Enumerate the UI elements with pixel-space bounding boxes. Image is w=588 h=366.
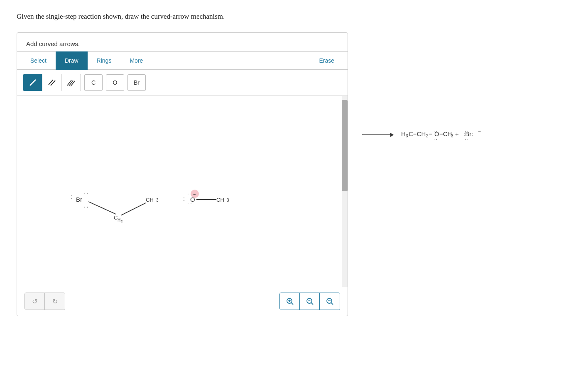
svg-text:C: C [114,215,118,221]
svg-marker-36 [390,133,394,137]
zoom-reset-button[interactable] [300,293,320,310]
svg-line-27 [292,303,293,305]
atom-c-button[interactable]: C [84,74,103,91]
svg-text::Br:: :Br: [463,130,473,137]
editor-header: Add curved arrows. [17,33,348,51]
scrollbar-track[interactable] [342,96,348,287]
atom-br-button[interactable]: Br [127,74,146,91]
svg-line-14 [121,203,146,215]
reaction-arrow [360,130,394,140]
svg-line-3 [67,80,71,85]
svg-line-0 [30,80,36,85]
svg-point-30 [307,298,312,303]
undo-redo-group: ↺ ↻ [24,293,65,310]
tab-more[interactable]: More [120,51,152,70]
redo-button[interactable]: ↻ [45,293,65,310]
svg-text:2: 2 [426,134,429,138]
svg-text:· ·: · · [434,137,437,142]
scrollbar-thumb[interactable] [342,100,348,191]
svg-text:H: H [118,218,120,222]
svg-line-33 [331,303,333,305]
bond-toolbar: C O Br [17,70,348,96]
toolbar: Select Draw Rings More Erase [17,51,348,70]
svg-text:2: 2 [121,220,123,223]
svg-text:−: − [478,128,481,134]
bond-group [23,74,81,91]
svg-text:H: H [401,130,406,137]
svg-text:3: 3 [406,134,408,138]
tab-select[interactable]: Select [21,51,56,70]
svg-text:3: 3 [227,198,229,203]
reaction-formula: H 3 C−CH 2 − · · O · · −CH 3 + · · :Br: … [401,124,559,146]
bottom-toolbar: ↺ ↻ [17,287,348,316]
svg-line-5 [71,81,75,86]
zoom-controls [279,293,340,310]
single-bond-button[interactable] [23,74,42,91]
svg-line-31 [311,303,313,305]
svg-text:−: − [429,130,433,137]
svg-text:O: O [190,196,195,203]
svg-text:3: 3 [451,134,453,138]
svg-text:O: O [434,130,439,137]
reaction-display: H 3 C−CH 2 − · · O · · −CH 3 + · · :Br: … [348,124,571,146]
svg-text:Br: Br [76,196,82,203]
tab-erase[interactable]: Erase [310,51,343,70]
svg-text:CH: CH [146,197,154,203]
undo-button[interactable]: ↺ [25,293,45,310]
svg-text:· ·: · · [83,203,88,210]
molecule-drawing: : · · Br · · C H 2 CH 3 · · · · [38,112,328,270]
svg-line-4 [69,81,73,86]
svg-text::: : [183,195,185,202]
question-text: Given the single-step reaction shown, dr… [17,12,571,21]
triple-bond-button[interactable] [61,74,81,91]
svg-text:· ·: · · [83,190,88,197]
tab-draw[interactable]: Draw [56,51,88,70]
svg-text:CH: CH [216,197,224,203]
double-bond-button[interactable] [42,74,61,91]
zoom-in-button[interactable] [280,293,300,310]
svg-text:C−CH: C−CH [409,130,426,137]
drawing-area[interactable]: : · · Br · · C H 2 CH 3 · · · · [17,96,348,287]
atom-o-button[interactable]: O [106,74,124,91]
svg-text:3: 3 [156,198,159,203]
zoom-out-button[interactable] [320,293,340,310]
svg-text:· ·: · · [465,137,468,142]
svg-line-10 [88,202,116,214]
editor-panel: Add curved arrows. Select Draw Rings Mor… [17,32,348,316]
tab-rings[interactable]: Rings [88,51,121,70]
svg-text::: : [71,193,73,200]
svg-text:+: + [455,130,459,137]
svg-text:−CH: −CH [439,130,452,137]
